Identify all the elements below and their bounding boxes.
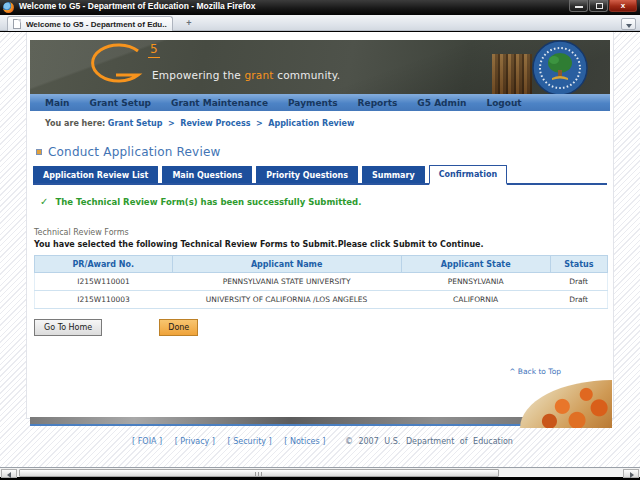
breadcrumb-separator: > bbox=[168, 119, 175, 128]
tab-application-review-list[interactable]: Application Review List bbox=[33, 166, 158, 183]
tab-confirmation[interactable]: Confirmation bbox=[429, 165, 507, 185]
nav-item-reports[interactable]: Reports bbox=[348, 98, 408, 108]
window-titlebar[interactable]: Welcome to G5 - Department of Education … bbox=[0, 0, 640, 15]
breadcrumb-review-process[interactable]: Review Process bbox=[180, 119, 250, 128]
tab-main-questions[interactable]: Main Questions bbox=[162, 166, 252, 183]
new-tab-button[interactable]: + bbox=[181, 18, 197, 29]
footer-link-privacy[interactable]: [ Privacy ] bbox=[175, 437, 215, 446]
firefox-icon bbox=[3, 2, 14, 13]
window-title: Welcome to G5 - Department of Education … bbox=[19, 1, 255, 15]
page-content: 5 Empowering the grant community. bbox=[26, 32, 614, 419]
arrow-left-icon bbox=[7, 472, 11, 478]
table-header-row: PR/Award No. Applicant Name Applicant St… bbox=[35, 256, 608, 273]
nav-item-g5-admin[interactable]: G5 Admin bbox=[407, 98, 476, 108]
browser-window: Welcome to G5 - Department of Education … bbox=[0, 0, 640, 480]
back-to-top-link[interactable]: ^ Back to Top bbox=[27, 367, 561, 376]
chevron-down-icon bbox=[626, 24, 632, 28]
arrow-right-icon bbox=[630, 472, 634, 478]
classroom-photo bbox=[520, 380, 612, 428]
footer-link-foia[interactable]: [ FOIA ] bbox=[132, 437, 162, 446]
scrollbar-thumb[interactable] bbox=[19, 469, 499, 477]
page-viewport: 5 Empowering the grant community. bbox=[0, 32, 640, 467]
breadcrumb-application-review[interactable]: Application Review bbox=[268, 119, 354, 128]
page-footer: [ FOIA ] [ Privacy ] [ Security ] [ Noti… bbox=[27, 437, 613, 446]
nav-item-grant-maintenance[interactable]: Grant Maintenance bbox=[161, 98, 278, 108]
breadcrumb-prefix: You are here: bbox=[45, 119, 105, 128]
review-forms-table: PR/Award No. Applicant Name Applicant St… bbox=[34, 255, 608, 309]
success-message: The Technical Review Form(s) has been su… bbox=[55, 197, 361, 207]
maximize-button[interactable] bbox=[589, 0, 608, 12]
tagline-highlight: grant bbox=[244, 69, 273, 81]
scroll-left-button[interactable] bbox=[1, 469, 17, 478]
cell-applicant-name: PENNSYLVANIA STATE UNIVERSITY bbox=[172, 273, 401, 291]
close-button[interactable]: x bbox=[609, 0, 637, 12]
action-buttons: Go To Home Done bbox=[34, 319, 613, 336]
col-header-pr-award: PR/Award No. bbox=[35, 256, 173, 273]
instruction-text: You have selected the following Technica… bbox=[34, 240, 613, 249]
close-icon: x bbox=[621, 1, 625, 10]
done-button[interactable]: Done bbox=[159, 319, 198, 336]
bottom-decoration bbox=[27, 380, 613, 428]
department-of-education-seal-icon bbox=[532, 40, 588, 94]
footer-link-security[interactable]: [ Security ] bbox=[228, 437, 272, 446]
g5-logo-icon bbox=[82, 43, 146, 91]
minimize-button[interactable] bbox=[569, 0, 588, 12]
breadcrumb: You are here: Grant Setup > Review Proce… bbox=[27, 111, 613, 128]
page-favicon-icon bbox=[13, 19, 21, 29]
cell-applicant-name: UNIVERSITY OF CALIFORNIA /LOS ANGELES bbox=[172, 291, 401, 309]
table-row: I215W110003 UNIVERSITY OF CALIFORNIA /LO… bbox=[35, 291, 608, 309]
nav-item-payments[interactable]: Payments bbox=[278, 98, 348, 108]
col-header-applicant-state: Applicant State bbox=[401, 256, 550, 273]
scroll-right-button[interactable] bbox=[623, 469, 639, 478]
table-row: I215W110001 PENNSYLVANIA STATE UNIVERSIT… bbox=[35, 273, 608, 291]
copyright-text: © 2007 U.S. Department of Education bbox=[345, 437, 513, 446]
cell-applicant-state: PENNSYLVANIA bbox=[401, 273, 550, 291]
browser-tab[interactable]: Welcome to G5 - Department of Edu... bbox=[7, 16, 173, 31]
page-heading-row: Conduct Application Review bbox=[36, 145, 613, 159]
nav-item-main[interactable]: Main bbox=[35, 98, 80, 108]
bookshelf-photo bbox=[492, 54, 532, 94]
tab-priority-questions[interactable]: Priority Questions bbox=[256, 166, 358, 183]
col-header-status: Status bbox=[550, 256, 607, 273]
cell-applicant-state: CALIFORNIA bbox=[401, 291, 550, 309]
minimize-icon bbox=[575, 6, 583, 8]
banner-tagline: Empowering the grant community. bbox=[152, 69, 340, 81]
cell-pr-award: I215W110003 bbox=[35, 291, 173, 309]
cell-pr-award: I215W110001 bbox=[35, 273, 173, 291]
restore-icon bbox=[596, 3, 603, 9]
window-controls: x bbox=[568, 0, 637, 12]
cell-status: Draft bbox=[550, 273, 607, 291]
breadcrumb-grant-setup[interactable]: Grant Setup bbox=[108, 119, 163, 128]
nav-item-grant-setup[interactable]: Grant Setup bbox=[80, 98, 161, 108]
success-check-icon: ✓ bbox=[40, 196, 48, 207]
footer-link-notices[interactable]: [ Notices ] bbox=[284, 437, 325, 446]
breadcrumb-separator: > bbox=[256, 119, 263, 128]
section-label: Technical Review Forms bbox=[34, 228, 613, 237]
review-tabstrip: Application Review List Main Questions P… bbox=[33, 165, 607, 185]
tab-summary[interactable]: Summary bbox=[362, 166, 425, 183]
tab-list-dropdown-button[interactable] bbox=[621, 18, 636, 30]
go-to-home-button[interactable]: Go To Home bbox=[34, 319, 102, 336]
nav-item-logout[interactable]: Logout bbox=[476, 98, 531, 108]
main-navigation: Main Grant Setup Grant Maintenance Payme… bbox=[30, 94, 610, 111]
tagline-post: community. bbox=[277, 69, 340, 81]
browser-tabbar: Welcome to G5 - Department of Edu... + bbox=[0, 15, 640, 31]
tagline-pre: Empowering the bbox=[152, 69, 241, 81]
browser-tab-title: Welcome to G5 - Department of Edu... bbox=[26, 20, 167, 29]
cell-status: Draft bbox=[550, 291, 607, 309]
col-header-applicant-name: Applicant Name bbox=[172, 256, 401, 273]
g5-logo-number: 5 bbox=[148, 42, 160, 58]
horizontal-scrollbar[interactable] bbox=[0, 467, 640, 477]
page-title: Conduct Application Review bbox=[48, 145, 221, 159]
site-banner: 5 Empowering the grant community. bbox=[30, 40, 610, 94]
heading-bullet-icon bbox=[36, 149, 42, 155]
success-message-row: ✓ The Technical Review Form(s) has been … bbox=[40, 196, 613, 207]
